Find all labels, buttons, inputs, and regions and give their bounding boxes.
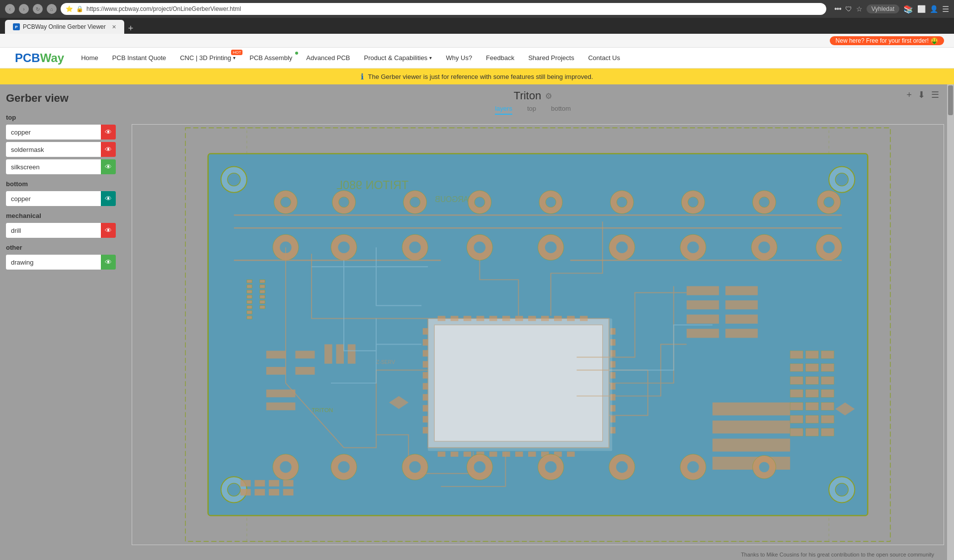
svg-point-42 [338, 242, 349, 253]
panel-title-main: view [45, 92, 69, 104]
tab-close-icon[interactable]: ✕ [112, 24, 116, 30]
promo-icon: 🤑 [931, 37, 938, 44]
layer-top-soldermask-toggle[interactable]: 👁 [101, 142, 116, 157]
svg-rect-97 [423, 372, 428, 378]
svg-point-146 [545, 461, 556, 473]
svg-rect-55 [247, 285, 252, 288]
library-icon[interactable]: 📚 [903, 4, 913, 14]
active-tab[interactable]: P PCBWay Online Gerber Viewer ✕ [5, 20, 124, 34]
window-icon[interactable]: ⬜ [917, 5, 926, 13]
svg-point-43 [409, 242, 420, 253]
layer-bottom-copper: copper 👁 [6, 191, 116, 206]
svg-rect-82 [438, 452, 446, 457]
profile-icon[interactable]: 👤 [930, 5, 938, 13]
nav-why-us[interactable]: Why Us? [439, 48, 479, 69]
svg-rect-165 [805, 377, 818, 385]
security-icon: 🔒 [76, 5, 83, 12]
svg-point-47 [687, 242, 699, 253]
svg-rect-61 [247, 316, 252, 319]
scrollbar-right[interactable] [947, 84, 954, 560]
layer-top-copper: copper 👁 [6, 125, 116, 140]
svg-rect-183 [428, 318, 612, 451]
svg-rect-150 [240, 480, 251, 487]
pcb-canvas[interactable]: TRITON 980L PARGOUB [132, 124, 944, 545]
layer-mech-drill-toggle[interactable]: 👁 [101, 223, 116, 238]
svg-rect-98 [423, 383, 428, 390]
svg-point-28 [617, 197, 627, 208]
search-icon[interactable]: Vyhledat [867, 4, 899, 13]
layer-top-silkscreen-toggle[interactable]: 👁 [101, 159, 116, 174]
more-icon[interactable]: ••• [834, 4, 841, 13]
product-arrow: ▾ [429, 55, 432, 61]
svg-rect-161 [790, 364, 803, 372]
back-button[interactable]: ‹ [5, 4, 15, 14]
svg-rect-63 [260, 285, 265, 288]
svg-rect-114 [295, 351, 315, 359]
shield-icon: 🛡 [845, 5, 852, 13]
new-tab-button[interactable]: + [128, 23, 134, 34]
svg-rect-117 [266, 390, 296, 398]
nav-shared-projects[interactable]: Shared Projects [521, 48, 581, 69]
svg-rect-171 [805, 403, 818, 411]
svg-rect-122 [687, 286, 719, 295]
forward-button[interactable]: › [19, 4, 29, 14]
info-banner: ℹ The Gerber viewer is just for referenc… [0, 69, 954, 84]
nav-feedback[interactable]: Feedback [479, 48, 521, 69]
nav-product-capabilities[interactable]: Product & Capabilities ▾ [357, 48, 439, 69]
layer-top-copper-toggle[interactable]: 👁 [101, 125, 116, 140]
svg-rect-129 [725, 329, 758, 338]
layer-bottom-copper-toggle[interactable]: 👁 [101, 191, 116, 206]
svg-rect-56 [247, 290, 252, 293]
svg-rect-172 [821, 403, 834, 411]
star-icon[interactable]: ☆ [856, 5, 863, 13]
svg-rect-169 [821, 390, 834, 398]
nav-logo[interactable]: PCBWay [15, 51, 64, 65]
svg-rect-159 [805, 351, 818, 359]
gear-icon[interactable]: ⚙ [545, 91, 552, 101]
address-bar[interactable]: ⭐ 🔒 https://www.pcbway.com/project/OnLin… [61, 3, 826, 15]
svg-rect-131 [713, 420, 790, 433]
svg-point-31 [824, 197, 834, 208]
section-mechanical: mechanical drill 👁 [6, 211, 116, 238]
footer-credit: Thanks to Mike Cousins for his great con… [741, 552, 934, 558]
refresh-button[interactable]: ↻ [33, 4, 43, 14]
svg-point-24 [339, 197, 349, 208]
nav-advanced-pcb[interactable]: Advanced PCB [299, 48, 357, 69]
nav-contact-us[interactable]: Contact Us [581, 48, 627, 69]
svg-text:Z-SERV: Z-SERV [376, 359, 395, 365]
promo-badge[interactable]: New here? Free for your first order! 🤑 [830, 36, 944, 45]
scrollbar-thumb[interactable] [948, 85, 953, 115]
svg-text:TRITON: TRITON [312, 407, 333, 413]
svg-rect-170 [790, 403, 803, 411]
hamburger-icon[interactable]: ☰ [942, 4, 949, 14]
svg-rect-66 [260, 300, 265, 304]
info-icon: ℹ [361, 72, 364, 81]
left-panel: Gerber view top copper 👁 soldermask 👁 si… [0, 84, 122, 560]
nav-cnc-3d[interactable]: CNC | 3D Printing HOT ▾ [173, 48, 242, 69]
layer-top-silkscreen: silkscreen 👁 [6, 159, 116, 174]
section-mechanical-title: mechanical [6, 211, 116, 220]
svg-rect-127 [725, 315, 758, 324]
layer-top-soldermask-name: soldermask [6, 142, 101, 157]
nav-home[interactable]: Home [74, 48, 105, 69]
svg-rect-83 [451, 452, 459, 457]
pcb-svg: TRITON 980L PARGOUB [132, 125, 944, 545]
bookmark-icon: ⭐ [66, 5, 73, 12]
section-other: other drawing 👁 [6, 243, 116, 270]
layer-other-drawing-toggle[interactable]: 👁 [101, 255, 116, 270]
svg-rect-57 [247, 295, 252, 299]
tab-layers[interactable]: layers [495, 105, 512, 115]
home-button[interactable]: ⌂ [47, 4, 57, 14]
gerber-area: Triton ⚙ layers top bottom + ⬇ ☰ [122, 84, 954, 560]
tab-top[interactable]: top [527, 105, 536, 115]
svg-rect-93 [423, 328, 428, 335]
svg-rect-152 [269, 480, 279, 487]
tab-label: PCBWay Online Gerber Viewer [23, 23, 106, 30]
svg-rect-164 [790, 377, 803, 385]
svg-rect-58 [247, 300, 252, 304]
nav-instant-quote[interactable]: PCB Instant Quote [105, 48, 173, 69]
section-other-title: other [6, 243, 116, 252]
svg-point-26 [475, 197, 485, 208]
nav-pcb-assembly[interactable]: PCB Assembly [242, 48, 299, 69]
tab-bottom[interactable]: bottom [551, 105, 571, 115]
